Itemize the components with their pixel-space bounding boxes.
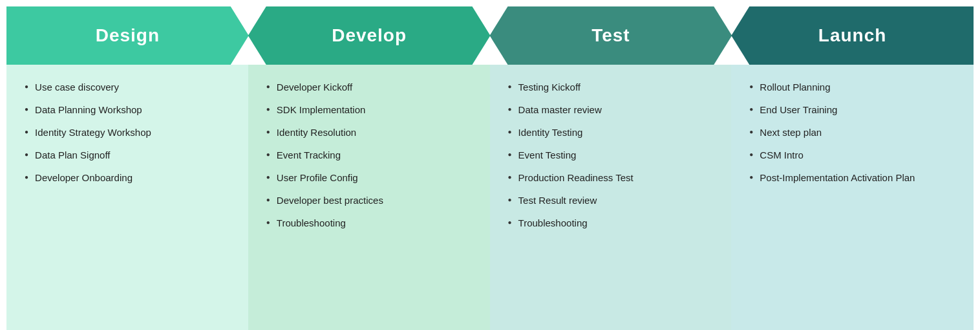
list-item: CSM Intro — [749, 148, 961, 162]
phase-develop: DevelopDeveloper KickoffSDK Implementati… — [248, 6, 491, 330]
list-item: SDK Implementation — [266, 103, 478, 116]
phase-launch-list: Rollout PlanningEnd User TrainingNext st… — [749, 80, 961, 184]
list-item: Data Planning Workshop — [25, 103, 236, 116]
phase-develop-header: Develop — [248, 6, 491, 65]
list-item: Event Testing — [508, 148, 719, 162]
phase-design: DesignUse case discoveryData Planning Wo… — [6, 6, 249, 330]
list-item: End User Training — [749, 103, 961, 116]
list-item: Developer Kickoff — [266, 80, 478, 94]
phase-develop-body: Developer KickoffSDK ImplementationIdent… — [248, 65, 491, 330]
list-item: Test Result review — [508, 193, 719, 207]
list-item: Use case discovery — [25, 80, 236, 94]
phase-test-body: Testing KickoffData master reviewIdentit… — [490, 65, 732, 330]
list-item: Troubleshooting — [266, 216, 478, 230]
list-item: Identity Resolution — [266, 126, 478, 139]
list-item: Data master review — [508, 103, 719, 116]
list-item: Identity Testing — [508, 126, 719, 139]
list-item: Production Readiness Test — [508, 171, 719, 184]
phase-launch-header: Launch — [731, 6, 974, 65]
list-item: Troubleshooting — [508, 216, 719, 230]
phase-design-body: Use case discoveryData Planning Workshop… — [6, 65, 249, 330]
list-item: Developer best practices — [266, 193, 478, 207]
list-item: Data Plan Signoff — [25, 148, 236, 162]
list-item: Post-Implementation Activation Plan — [749, 171, 961, 184]
phase-design-header: Design — [6, 6, 249, 65]
phase-test: TestTesting KickoffData master reviewIde… — [490, 6, 732, 330]
phase-design-list: Use case discoveryData Planning Workshop… — [25, 80, 236, 184]
list-item: Developer Onboarding — [25, 171, 236, 184]
phase-develop-list: Developer KickoffSDK ImplementationIdent… — [266, 80, 478, 230]
phase-launch-body: Rollout PlanningEnd User TrainingNext st… — [731, 65, 974, 330]
list-item: Next step plan — [749, 126, 961, 139]
list-item: Rollout Planning — [749, 80, 961, 94]
phase-test-header: Test — [490, 6, 732, 65]
phase-launch: LaunchRollout PlanningEnd User TrainingN… — [731, 6, 974, 330]
pipeline-container: DesignUse case discoveryData Planning Wo… — [6, 6, 974, 330]
list-item: Identity Strategy Workshop — [25, 126, 236, 139]
list-item: Event Tracking — [266, 148, 478, 162]
list-item: User Profile Config — [266, 171, 478, 184]
phase-test-list: Testing KickoffData master reviewIdentit… — [508, 80, 719, 230]
list-item: Testing Kickoff — [508, 80, 719, 94]
